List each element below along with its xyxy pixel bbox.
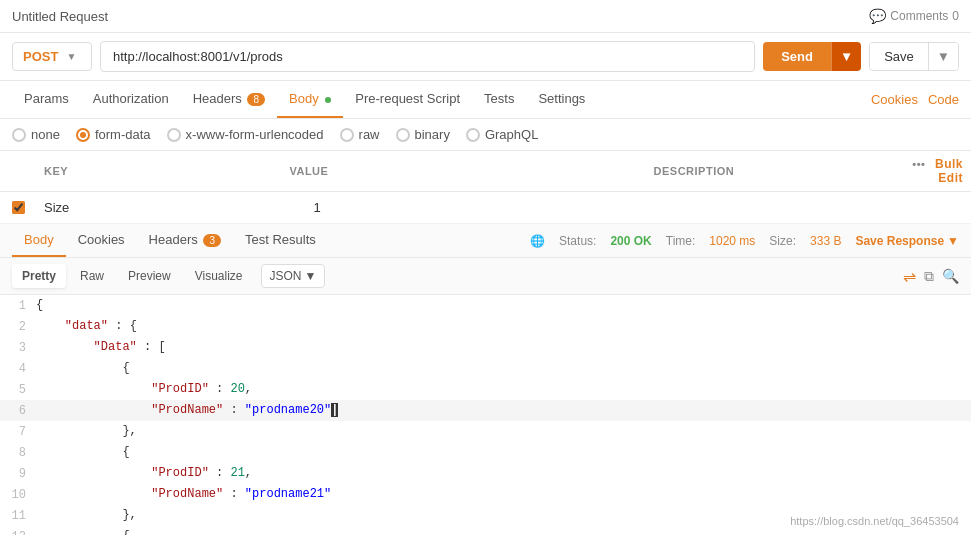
kv-header-actions: ••• Bulk Edit (891, 157, 971, 185)
save-dropdown-button[interactable]: ▼ (928, 43, 958, 70)
fmt-tab-visualize[interactable]: Visualize (185, 264, 253, 288)
line-content: "ProdID" : 21, (36, 463, 252, 483)
json-line-3: 3 "Data" : [ (0, 337, 971, 358)
url-input[interactable] (100, 41, 755, 72)
json-line-2: 2 "data" : { (0, 316, 971, 337)
send-btn-group: Send ▼ (763, 42, 861, 71)
line-content: }, (36, 505, 137, 525)
none-radio (12, 128, 26, 142)
send-dropdown-button[interactable]: ▼ (831, 42, 861, 71)
tab-params[interactable]: Params (12, 81, 81, 118)
fmt-tab-raw[interactable]: Raw (70, 264, 114, 288)
line-number: 3 (0, 337, 36, 358)
kv-table-header: KEY VALUE DESCRIPTION ••• Bulk Edit (0, 151, 971, 192)
line-number: 12 (0, 526, 36, 535)
body-type-graphql[interactable]: GraphQL (466, 127, 538, 142)
method-chevron-icon: ▼ (66, 51, 76, 62)
body-type-urlencoded[interactable]: x-www-form-urlencoded (167, 127, 324, 142)
code-link[interactable]: Code (928, 92, 959, 107)
line-number: 2 (0, 316, 36, 337)
resp-tab-testresults[interactable]: Test Results (233, 224, 328, 257)
resp-tab-body[interactable]: Body (12, 224, 66, 257)
json-line-6: 6 "ProdName" : "prodname20"| (0, 400, 971, 421)
cookies-link[interactable]: Cookies (871, 92, 918, 107)
format-select-chevron: ▼ (305, 269, 317, 283)
kv-row-key: Size (36, 196, 305, 219)
tab-prerequest[interactable]: Pre-request Script (343, 81, 472, 118)
title-bar-right: 💬 Comments 0 (869, 8, 959, 24)
tab-headers[interactable]: Headers 8 (181, 81, 277, 118)
formdata-radio (76, 128, 90, 142)
kv-row-checkbox[interactable] (12, 201, 25, 214)
json-line-1: 1{ (0, 295, 971, 316)
watermark: https://blog.csdn.net/qq_36453504 (790, 515, 959, 527)
bulk-edit-button[interactable]: Bulk Edit (935, 157, 963, 185)
fmt-tab-pretty[interactable]: Pretty (12, 264, 66, 288)
status-label: Status: (559, 234, 596, 248)
line-content: "data" : { (36, 316, 137, 336)
line-number: 1 (0, 295, 36, 316)
title-text: Untitled Request (12, 9, 108, 24)
kv-header-description: DESCRIPTION (646, 165, 891, 177)
time-value: 1020 ms (709, 234, 755, 248)
body-type-formdata[interactable]: form-data (76, 127, 151, 142)
time-label: Time: (666, 234, 696, 248)
format-select[interactable]: JSON ▼ (261, 264, 326, 288)
send-button[interactable]: Send (763, 42, 831, 71)
line-number: 10 (0, 484, 36, 505)
body-type-row: none form-data x-www-form-urlencoded raw… (0, 119, 971, 151)
line-number: 5 (0, 379, 36, 400)
method-select[interactable]: POST ▼ (12, 42, 92, 71)
title-bar-left: Untitled Request (12, 9, 108, 24)
kv-header-value: VALUE (281, 165, 645, 177)
save-button[interactable]: Save (870, 43, 928, 70)
three-dots-icon[interactable]: ••• (912, 158, 925, 170)
raw-radio (340, 128, 354, 142)
comment-icon: 💬 (869, 8, 886, 24)
save-response-chevron: ▼ (947, 234, 959, 248)
json-output-container: 1{2 "data" : {3 "Data" : [4 {5 "ProdID" … (0, 295, 971, 535)
url-bar: POST ▼ Send ▼ Save ▼ (0, 33, 971, 81)
body-type-raw[interactable]: raw (340, 127, 380, 142)
line-content: "Data" : [ (36, 337, 166, 357)
resp-tabs: Body Cookies Headers 3 Test Results 🌐 St… (0, 224, 971, 258)
json-line-12: 12 { (0, 526, 971, 535)
kv-header-key: KEY (36, 165, 281, 177)
fmt-tab-preview[interactable]: Preview (118, 264, 181, 288)
copy-icon[interactable]: ⧉ (924, 268, 934, 285)
title-bar: Untitled Request 💬 Comments 0 (0, 0, 971, 33)
req-tabs-right: Cookies Code (871, 92, 959, 107)
tab-body[interactable]: Body (277, 81, 343, 118)
tab-authorization[interactable]: Authorization (81, 81, 181, 118)
line-number: 9 (0, 463, 36, 484)
tab-settings[interactable]: Settings (526, 81, 597, 118)
resp-tab-cookies[interactable]: Cookies (66, 224, 137, 257)
line-number: 8 (0, 442, 36, 463)
body-type-none[interactable]: none (12, 127, 60, 142)
search-icon[interactable]: 🔍 (942, 268, 959, 284)
fmt-toolbar-right: ⇌ ⧉ 🔍 (903, 267, 959, 286)
json-line-8: 8 { (0, 442, 971, 463)
urlencoded-radio (167, 128, 181, 142)
sort-icon[interactable]: ⇌ (903, 267, 916, 286)
resp-status: 🌐 Status: 200 OK Time: 1020 ms Size: 333… (530, 234, 959, 248)
line-number: 11 (0, 505, 36, 526)
line-content: { (36, 526, 130, 535)
status-value: 200 OK (610, 234, 651, 248)
json-line-7: 7 }, (0, 421, 971, 442)
json-line-5: 5 "ProdID" : 20, (0, 379, 971, 400)
tab-tests[interactable]: Tests (472, 81, 526, 118)
kv-row-checkbox-col (0, 201, 36, 214)
resp-headers-badge: 3 (203, 234, 221, 247)
body-dot (325, 97, 331, 103)
save-response-button[interactable]: Save Response ▼ (855, 234, 959, 248)
kv-row-description (702, 204, 971, 212)
resp-tab-headers[interactable]: Headers 3 (137, 224, 233, 257)
body-type-binary[interactable]: binary (396, 127, 450, 142)
save-btn-group: Save ▼ (869, 42, 959, 71)
json-line-9: 9 "ProdID" : 21, (0, 463, 971, 484)
line-content: { (36, 295, 43, 315)
line-content: { (36, 358, 130, 378)
json-line-4: 4 { (0, 358, 971, 379)
comments-count: 0 (952, 9, 959, 23)
